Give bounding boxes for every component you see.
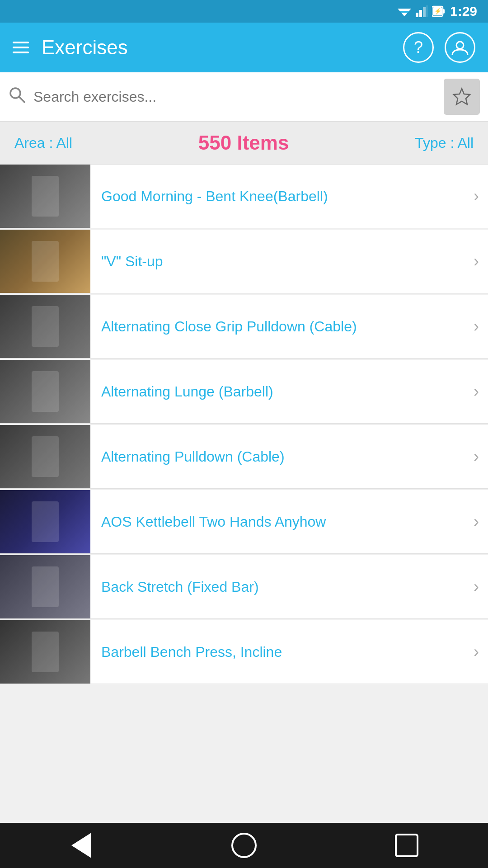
menu-button[interactable]	[13, 42, 29, 53]
exercise-name: AOS Kettlebell Two Hands Anyhow	[90, 504, 474, 540]
exercise-thumbnail	[0, 360, 90, 423]
exercise-name: Alternating Close Grip Pulldown (Cable)	[90, 308, 474, 345]
exercise-name: Alternating Lunge (Barbell)	[90, 373, 474, 410]
profile-button[interactable]	[445, 32, 475, 63]
chevron-right-icon: ›	[474, 512, 488, 531]
chevron-right-icon: ›	[474, 317, 488, 336]
items-count: 550 Items	[198, 132, 289, 154]
svg-rect-8	[443, 9, 445, 14]
help-button[interactable]: ?	[403, 32, 434, 63]
exercise-thumbnail	[0, 230, 90, 293]
svg-rect-5	[423, 7, 426, 17]
exercise-thumbnail	[0, 295, 90, 358]
wifi-icon	[398, 6, 411, 16]
chevron-right-icon: ›	[474, 447, 488, 466]
battery-icon: ⚡	[432, 5, 445, 17]
chevron-right-icon: ›	[474, 187, 488, 206]
filter-bar: Area : All 550 Items Type : All	[0, 122, 488, 165]
chevron-right-icon: ›	[474, 252, 488, 271]
exercise-thumbnail	[0, 425, 90, 488]
exercise-thumbnail	[0, 620, 90, 684]
chevron-right-icon: ›	[474, 577, 488, 596]
exercise-thumbnail	[0, 490, 90, 553]
exercise-name: Barbell Bench Press, Incline	[90, 634, 474, 670]
svg-point-11	[456, 42, 464, 49]
home-button[interactable]	[226, 827, 262, 863]
search-bar	[0, 72, 488, 122]
status-icons: ⚡	[398, 5, 445, 17]
app-bar-actions: ?	[403, 32, 475, 63]
app-title: Exercises	[42, 36, 390, 59]
svg-marker-2	[401, 13, 408, 16]
recent-button[interactable]	[389, 827, 425, 863]
star-icon	[452, 87, 472, 107]
home-icon	[231, 833, 257, 858]
app-bar: Exercises ?	[0, 23, 488, 72]
exercise-item[interactable]: Back Stretch (Fixed Bar) ›	[0, 555, 488, 619]
recent-icon	[395, 834, 418, 857]
chevron-right-icon: ›	[474, 382, 488, 401]
status-bar: ⚡ 1:29	[0, 0, 488, 23]
favorites-button[interactable]	[444, 79, 480, 115]
back-icon	[71, 833, 91, 858]
status-time: 1:29	[450, 4, 477, 19]
search-input[interactable]	[33, 89, 436, 105]
exercise-name: Alternating Pulldown (Cable)	[90, 439, 474, 475]
exercise-item[interactable]: Good Morning - Bent Knee(Barbell) ›	[0, 165, 488, 228]
exercise-name: "V" Sit-up	[90, 243, 474, 280]
exercise-name: Good Morning - Bent Knee(Barbell)	[90, 178, 474, 215]
exercise-item[interactable]: Alternating Close Grip Pulldown (Cable) …	[0, 295, 488, 359]
svg-rect-4	[419, 10, 422, 17]
bottom-nav	[0, 823, 488, 868]
exercise-list: Good Morning - Bent Knee(Barbell) › "V" …	[0, 165, 488, 823]
exercise-item[interactable]: AOS Kettlebell Two Hands Anyhow ›	[0, 490, 488, 554]
svg-rect-6	[427, 5, 427, 17]
exercise-name: Back Stretch (Fixed Bar)	[90, 569, 474, 605]
exercise-thumbnail	[0, 555, 90, 618]
profile-icon	[451, 39, 469, 56]
svg-text:⚡: ⚡	[434, 7, 442, 15]
back-button[interactable]	[63, 827, 99, 863]
signal-icon	[416, 5, 427, 17]
chevron-right-icon: ›	[474, 642, 488, 661]
svg-rect-3	[416, 13, 418, 17]
exercise-item[interactable]: "V" Sit-up ›	[0, 230, 488, 293]
help-icon: ?	[414, 38, 423, 57]
exercise-thumbnail	[0, 165, 90, 228]
exercise-item[interactable]: Alternating Lunge (Barbell) ›	[0, 360, 488, 424]
area-filter[interactable]: Area : All	[14, 135, 72, 151]
exercise-item[interactable]: Alternating Pulldown (Cable) ›	[0, 425, 488, 489]
search-icon	[8, 86, 26, 108]
svg-line-13	[19, 97, 24, 102]
svg-marker-14	[454, 89, 470, 104]
exercise-item[interactable]: Barbell Bench Press, Incline ›	[0, 620, 488, 684]
type-filter[interactable]: Type : All	[415, 135, 474, 151]
